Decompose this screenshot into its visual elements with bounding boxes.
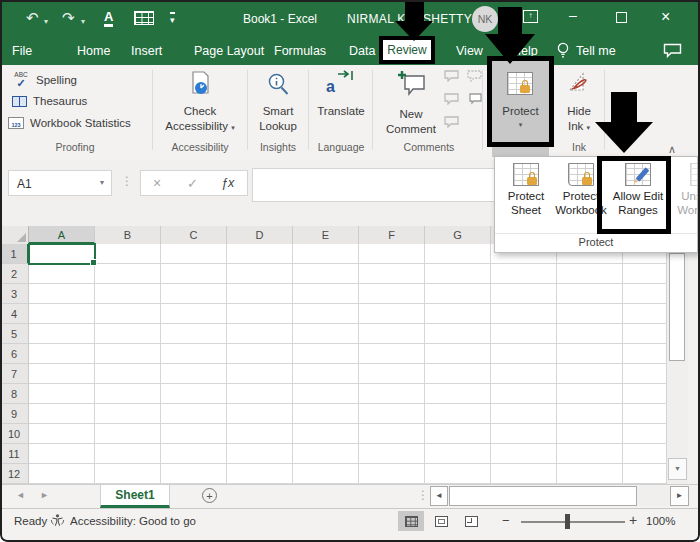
comments-pane-icon[interactable]: [663, 43, 682, 58]
minimize-icon[interactable]: –: [569, 7, 577, 23]
tab-insert[interactable]: Insert: [131, 44, 162, 58]
menu-item-protect-sheet[interactable]: Protect Sheet: [501, 160, 551, 226]
tabbar-separator[interactable]: ⋮: [417, 488, 429, 502]
zoom-slider-thumb[interactable]: [565, 514, 570, 529]
sheet-nav-right-icon[interactable]: ►: [40, 490, 49, 500]
view-normal-button[interactable]: [398, 511, 424, 531]
redo-icon[interactable]: ↷: [62, 9, 75, 27]
thesaurus-button[interactable]: Thesaurus: [12, 95, 87, 107]
row-header-4[interactable]: 4: [0, 304, 29, 324]
column-header-F[interactable]: F: [359, 226, 425, 244]
borders-icon[interactable]: [134, 11, 154, 25]
excel-window: ↶ ▾ ↷ ▾ A ▾ Book1 - Excel NIRMAL KAUSHET…: [0, 0, 700, 542]
hide-ink-label-1: Hide: [556, 105, 602, 117]
ribbon-display-options-icon[interactable]: ↑: [523, 10, 538, 23]
row-header-11[interactable]: 11: [0, 444, 29, 464]
column-header-C[interactable]: C: [161, 226, 227, 244]
show-ink-comment-icon[interactable]: [444, 116, 459, 128]
column-header-D[interactable]: D: [227, 226, 293, 244]
zoom-slider-track[interactable]: [521, 521, 625, 523]
row-header-7[interactable]: 7: [0, 364, 29, 384]
row-header-9[interactable]: 9: [0, 404, 29, 424]
name-box-dropdown-icon[interactable]: ▾: [100, 178, 104, 187]
group-divider: [482, 70, 483, 150]
check-accessibility-label-1: Check: [160, 105, 240, 117]
avatar[interactable]: NK: [472, 6, 498, 32]
thesaurus-icon: [12, 96, 27, 107]
undo-dropdown-icon[interactable]: ▾: [44, 17, 48, 26]
redo-dropdown-icon[interactable]: ▾: [81, 17, 85, 26]
row-header-12[interactable]: 12: [0, 464, 29, 484]
menu-item-unshare-workbook: ◄ Unshare Workbook: [673, 160, 698, 226]
language-group-label: Language: [312, 141, 370, 153]
sheet-nav-left-icon[interactable]: ◄: [16, 490, 25, 500]
status-accessibility[interactable]: Accessibility: Good to go: [70, 515, 196, 527]
workbook-statistics-button[interactable]: 123 Workbook Statistics: [8, 117, 131, 129]
previous-comment-icon[interactable]: [467, 70, 482, 82]
next-comment-icon[interactable]: [444, 93, 459, 105]
new-comment-label-1: New: [382, 108, 440, 120]
row-header-3[interactable]: 3: [0, 284, 29, 304]
name-box[interactable]: A1 ▾: [8, 170, 112, 196]
tell-me-label[interactable]: Tell me: [576, 44, 616, 58]
check-accessibility-button[interactable]: Check Accessibility ▾: [160, 68, 240, 138]
show-comments-icon[interactable]: [467, 93, 482, 105]
zoom-level[interactable]: 100%: [646, 515, 675, 527]
tab-review[interactable]: Review: [387, 43, 426, 57]
sheet-tab-sheet1[interactable]: Sheet1: [100, 485, 170, 508]
column-header-G[interactable]: G: [425, 226, 491, 244]
close-icon[interactable]: ×: [661, 8, 670, 26]
vertical-scrollbar[interactable]: ▼: [666, 226, 688, 484]
cancel-icon[interactable]: ×: [153, 175, 161, 191]
maximize-icon[interactable]: [616, 12, 627, 23]
enter-icon[interactable]: ✓: [187, 176, 198, 191]
tab-page-layout[interactable]: Page Layout: [194, 44, 264, 58]
view-page-layout-button[interactable]: [428, 511, 454, 531]
unshare-workbook-icon: ◄: [690, 160, 698, 190]
normal-view-icon: [405, 516, 418, 527]
undo-icon[interactable]: ↶: [26, 9, 39, 27]
vertical-scrollbar-thumb[interactable]: [669, 253, 685, 361]
add-sheet-icon[interactable]: +: [202, 488, 217, 503]
formula-bar-separator[interactable]: ⋮: [121, 174, 133, 188]
spelling-button[interactable]: ABC ✓ Spelling: [12, 72, 77, 88]
row-header-6[interactable]: 6: [0, 344, 29, 364]
cell-grid[interactable]: [29, 244, 666, 484]
column-header-B[interactable]: B: [95, 226, 161, 244]
new-comment-button[interactable]: New Comment: [382, 68, 440, 138]
delete-comment-icon[interactable]: [444, 70, 459, 82]
tab-formulas[interactable]: Formulas: [274, 44, 326, 58]
fill-handle[interactable]: [90, 259, 97, 266]
row-header-8[interactable]: 8: [0, 384, 29, 404]
selected-cell-A1[interactable]: [28, 243, 96, 265]
tab-view[interactable]: View: [456, 44, 483, 58]
select-all-button[interactable]: [0, 226, 29, 244]
spelling-icon: ABC ✓: [12, 72, 30, 88]
insert-function-icon[interactable]: ƒx: [221, 176, 234, 190]
translate-button[interactable]: a Translate: [312, 68, 370, 138]
tab-data[interactable]: Data: [349, 44, 375, 58]
tab-home[interactable]: Home: [77, 44, 110, 58]
horizontal-scrollbar[interactable]: [448, 486, 670, 506]
zoom-in-icon[interactable]: +: [629, 512, 637, 528]
column-header-E[interactable]: E: [293, 226, 359, 244]
horizontal-scrollbar-thumb[interactable]: [449, 486, 637, 506]
row-header-5[interactable]: 5: [0, 324, 29, 344]
tab-file[interactable]: File: [12, 44, 32, 58]
accessibility-checker-icon[interactable]: [50, 513, 65, 528]
row-header-2[interactable]: 2: [0, 264, 29, 284]
zoom-out-icon[interactable]: −: [502, 513, 510, 528]
view-page-break-button[interactable]: [458, 511, 484, 531]
collapse-ribbon-icon[interactable]: ∧: [668, 143, 676, 156]
hscroll-right-icon[interactable]: ►: [670, 486, 689, 506]
row-header-10[interactable]: 10: [0, 424, 29, 444]
column-header-A[interactable]: A: [29, 226, 95, 244]
group-divider: [247, 70, 248, 150]
row-header-1[interactable]: 1: [0, 244, 29, 264]
customize-qat-icon[interactable]: ▾: [170, 12, 175, 26]
font-color-icon[interactable]: A: [104, 9, 113, 27]
hscroll-left-icon[interactable]: ◄: [430, 486, 448, 506]
page-break-view-icon: [465, 516, 478, 527]
scroll-down-icon[interactable]: ▼: [668, 458, 687, 480]
smart-lookup-button[interactable]: Smart Lookup: [250, 68, 306, 138]
